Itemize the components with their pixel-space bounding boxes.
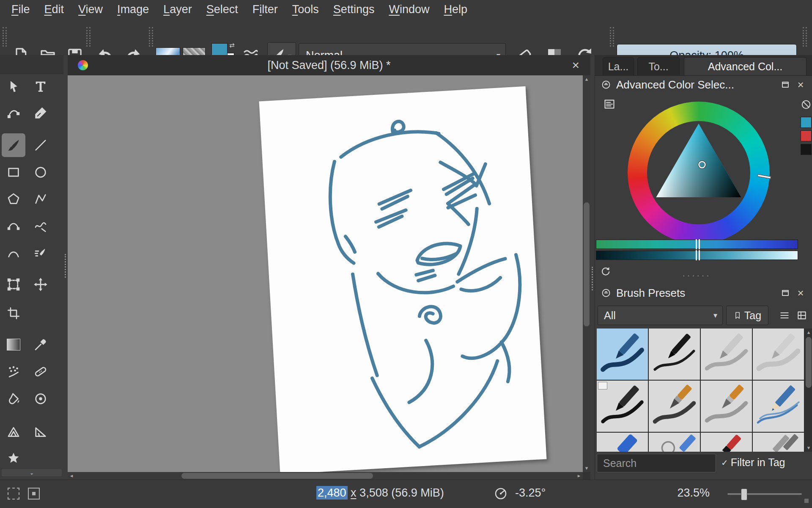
horizontal-scroll-thumb[interactable] (181, 473, 373, 479)
tab-layers[interactable]: La... (603, 57, 634, 75)
tool-text[interactable] (29, 75, 52, 98)
document-tab[interactable]: [Not Saved] (56.9 MiB) * × (68, 55, 590, 76)
scroll-up-arrow[interactable]: ▴ (805, 329, 812, 336)
brush-preset-tile[interactable] (649, 329, 700, 380)
swap-colors-icon[interactable]: ⇄ (229, 41, 235, 49)
canvas-viewport[interactable] (68, 75, 583, 472)
menu-settings[interactable]: Settings (326, 2, 382, 17)
menu-file[interactable]: File (4, 2, 37, 17)
toolbar-drag-handle[interactable] (803, 27, 804, 47)
float-docker-icon[interactable] (780, 288, 790, 298)
brush-preset-tile[interactable] (701, 329, 752, 380)
tool-crop[interactable] (2, 301, 25, 325)
list-view-icon[interactable] (779, 310, 790, 321)
image-height-value[interactable]: 3,508 (359, 486, 388, 499)
tool-enclose-and-fill[interactable] (29, 387, 52, 411)
brush-scroll-thumb[interactable] (806, 337, 812, 388)
docker-menu-icon[interactable] (601, 288, 611, 298)
float-docker-icon[interactable] (780, 80, 790, 90)
tool-freehand-path[interactable] (29, 214, 52, 238)
canvas-horizontal-scrollbar[interactable]: ◂ ▸ (68, 472, 583, 480)
tool-dynamic-brush[interactable] (29, 241, 52, 265)
saturation-value-triangle[interactable] (647, 121, 750, 224)
tab-tool-options[interactable]: To... (637, 57, 680, 75)
selector-settings-icon[interactable] (604, 98, 615, 110)
toolbar-drag-handle[interactable] (3, 27, 4, 47)
tool-edit-shapes[interactable] (2, 101, 25, 125)
tool-freehand-brush[interactable] (2, 133, 25, 157)
selection-display-icon[interactable] (28, 488, 40, 500)
filter-in-tag-checkbox[interactable]: ✓ Filter in Tag (721, 456, 785, 469)
brush-preset-tile[interactable] (701, 433, 752, 452)
hue-ring[interactable] (628, 102, 770, 244)
tool-ellipse[interactable] (29, 160, 52, 184)
scroll-up-arrow[interactable]: ▴ (583, 75, 590, 83)
history-swatch-red[interactable] (801, 130, 812, 141)
tool-assistants[interactable] (2, 420, 25, 444)
tool-polygon[interactable] (2, 187, 25, 211)
tab-advanced-color-selector[interactable]: Advanced Col... (684, 57, 807, 75)
shade-bar-handle[interactable] (696, 250, 700, 260)
tool-bezier-curve[interactable] (2, 214, 25, 238)
brush-preset-tile[interactable] (649, 433, 700, 452)
image-size-field[interactable]: 2,480 x 3,508 (56.9 MiB) (316, 486, 444, 500)
canvas-vertical-scrollbar[interactable]: ▴ ▾ (583, 75, 590, 472)
close-document-icon[interactable]: × (572, 58, 579, 72)
tool-polyline[interactable] (29, 187, 52, 211)
toolbox-overflow-button[interactable]: ⌄ (2, 469, 62, 476)
brush-preset-tile[interactable] (753, 433, 804, 452)
toolbar-drag-handle[interactable] (86, 27, 88, 47)
toolbox-titlebar[interactable] (0, 55, 63, 74)
menu-window[interactable]: Window (381, 2, 436, 17)
menu-filter[interactable]: Filter (245, 2, 285, 17)
tag-button[interactable]: Tag (726, 306, 768, 325)
zoom-slider-handle[interactable] (741, 489, 747, 500)
history-swatch-black[interactable] (801, 144, 812, 155)
tool-gradient[interactable] (2, 333, 25, 356)
menu-view[interactable]: View (71, 2, 110, 17)
tool-line[interactable] (29, 133, 52, 157)
tag-filter-combobox[interactable]: All ▾ (598, 306, 723, 325)
splitter-right[interactable] (590, 55, 595, 480)
resize-grip[interactable] (804, 499, 809, 503)
brush-preset-tile[interactable] (597, 433, 648, 452)
document-canvas[interactable] (259, 86, 547, 472)
close-docker-icon[interactable]: × (796, 80, 806, 90)
menu-help[interactable]: Help (436, 2, 475, 17)
tool-colorize-mask[interactable] (2, 360, 25, 384)
shade-bar-handle[interactable] (696, 239, 700, 249)
brush-preset-tile[interactable] (753, 329, 804, 380)
menu-select[interactable]: Select (199, 2, 245, 17)
tool-reference-images[interactable] (2, 447, 25, 470)
tool-measure[interactable] (29, 420, 52, 444)
brush-preset-tile[interactable] (753, 381, 804, 432)
grid-view-icon[interactable] (796, 310, 807, 321)
tool-move[interactable] (29, 273, 52, 296)
splitter-left[interactable] (63, 55, 68, 480)
toolbar-drag-handle[interactable] (610, 27, 611, 47)
menu-tools[interactable]: Tools (285, 2, 326, 17)
brush-grid-scrollbar[interactable]: ▴ ▾ (805, 329, 812, 452)
brush-preset-tile[interactable] (701, 381, 752, 432)
zoom-slider-track[interactable] (727, 493, 802, 495)
tool-fill[interactable] (2, 387, 25, 411)
history-swatch-teal[interactable] (801, 117, 812, 128)
scroll-left-arrow[interactable]: ◂ (68, 472, 75, 480)
menu-image[interactable]: Image (110, 2, 156, 17)
docker-menu-icon[interactable] (601, 80, 611, 90)
shade-selector-value-bar[interactable] (596, 251, 798, 260)
brush-preset-tile[interactable] (649, 381, 700, 432)
refresh-shades-icon[interactable] (600, 266, 611, 277)
tool-rectangle[interactable] (2, 160, 25, 184)
search-input[interactable]: Search (597, 454, 716, 472)
menu-edit[interactable]: Edit (37, 2, 71, 17)
close-docker-icon[interactable]: × (796, 288, 806, 298)
scroll-right-arrow[interactable]: ▸ (575, 472, 583, 480)
tool-transform[interactable] (2, 273, 25, 296)
no-color-icon[interactable] (801, 99, 812, 110)
menu-layer[interactable]: Layer (156, 2, 199, 17)
tool-calligraphy[interactable] (29, 101, 52, 125)
tool-smart-patch[interactable] (29, 360, 52, 384)
tool-color-sampler[interactable] (29, 333, 52, 356)
selection-mode-icon[interactable] (8, 488, 19, 500)
